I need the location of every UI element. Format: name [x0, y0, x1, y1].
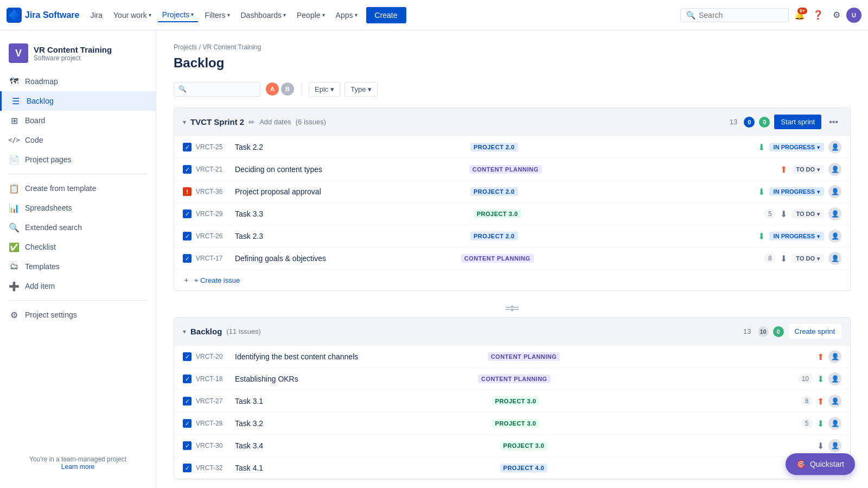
issue-label-vrct-30[interactable]: PROJECT 3.0	[500, 441, 548, 450]
sidebar-item-add-item[interactable]: ➕ Add item	[0, 276, 156, 296]
learn-more-link[interactable]: Learn more	[61, 463, 94, 471]
user-avatar[interactable]: U	[846, 8, 861, 23]
issue-label-vrct-17[interactable]: CONTENT PLANNING	[461, 254, 534, 263]
dashboards-menu[interactable]: Dashboards ▾	[237, 9, 291, 22]
sidebar-item-spreadsheets[interactable]: 📊 Spreadsheets	[0, 198, 156, 218]
issue-row-vrct-20[interactable]: VRCT-20 Identifying the best content cha…	[174, 345, 850, 367]
sidebar-item-code[interactable]: </> Code	[0, 130, 156, 150]
issue-label-vrct-25[interactable]: PROJECT 2.0	[470, 143, 518, 151]
issue-checkbox-vrct-21[interactable]	[183, 165, 192, 174]
search-input[interactable]	[699, 11, 775, 20]
breadcrumb-projects[interactable]: Projects	[174, 43, 197, 51]
issue-row-vrct-21[interactable]: VRCT-21 Deciding on content types CONTEN…	[174, 158, 850, 180]
issue-label-vrct-36[interactable]: PROJECT 2.0	[470, 187, 518, 196]
issue-label-vrct-32[interactable]: PROJECT 4.0	[500, 464, 548, 472]
assignee-vrct-18[interactable]: 👤	[828, 372, 841, 385]
issue-checkbox-vrct-28[interactable]	[183, 419, 192, 428]
start-sprint-button[interactable]: Start sprint	[774, 115, 821, 129]
issue-row-vrct-32[interactable]: VRCT-32 Task 4.1 PROJECT 4.0 ⬇ 👤	[174, 457, 850, 479]
people-menu[interactable]: People ▾	[292, 9, 329, 22]
sidebar-item-extended-search[interactable]: 🔍 Extended search	[0, 218, 156, 237]
status-badge-vrct-21[interactable]: TO DO ▾	[792, 165, 824, 174]
avatar-1[interactable]: A	[265, 81, 280, 97]
issue-row-vrct-25[interactable]: VRCT-25 Task 2.2 PROJECT 2.0 ⬇ IN PROGRE…	[174, 136, 850, 158]
status-badge-vrct-29[interactable]: TO DO ▾	[792, 210, 824, 218]
sidebar-item-templates[interactable]: 🗂 Templates	[0, 257, 156, 276]
sprint-add-dates[interactable]: Add dates	[259, 118, 291, 126]
sidebar-item-project-settings[interactable]: ⚙ Project settings	[0, 305, 156, 325]
issue-label-vrct-21[interactable]: CONTENT PLANNING	[469, 165, 542, 174]
sidebar-item-board[interactable]: ⊞ Board	[0, 111, 156, 130]
sprint-edit-icon[interactable]: ✏	[248, 118, 255, 126]
status-badge-vrct-25[interactable]: IN PROGRESS ▾	[769, 143, 824, 151]
issue-label-vrct-28[interactable]: PROJECT 3.0	[492, 419, 540, 428]
assignee-vrct-25[interactable]: 👤	[828, 141, 841, 154]
issue-label-vrct-18[interactable]: CONTENT PLANNING	[478, 375, 551, 383]
assignee-vrct-28[interactable]: 👤	[828, 417, 841, 430]
issue-label-vrct-27[interactable]: PROJECT 3.0	[492, 397, 540, 405]
issue-checkbox-vrct-26[interactable]	[183, 232, 192, 240]
create-issue-button[interactable]: ＋ + Create issue	[174, 269, 850, 290]
create-sprint-button[interactable]: Create sprint	[788, 324, 841, 339]
assignee-vrct-17[interactable]: 👤	[828, 252, 841, 265]
assignee-vrct-36[interactable]: 👤	[828, 185, 841, 198]
sprint-more-button[interactable]: •••	[826, 115, 841, 129]
jira-logo[interactable]: Jira Software	[7, 8, 79, 23]
sidebar-item-project-pages[interactable]: 📄 Project pages	[0, 150, 156, 169]
issue-checkbox-vrct-27[interactable]	[183, 397, 192, 405]
issue-checkbox-vrct-18[interactable]	[183, 375, 192, 383]
sprint-toggle[interactable]: ▾	[183, 118, 186, 126]
type-filter-button[interactable]: Type ▾	[344, 82, 378, 97]
status-badge-vrct-17[interactable]: TO DO ▾	[792, 254, 824, 263]
issue-checkbox-vrct-29[interactable]	[183, 210, 192, 218]
assignee-vrct-27[interactable]: 👤	[828, 395, 841, 408]
sidebar-item-checklist[interactable]: ✅ Checklist	[0, 237, 156, 257]
epic-filter-button[interactable]: Epic ▾	[309, 82, 340, 97]
status-badge-vrct-36[interactable]: IN PROGRESS ▾	[769, 187, 824, 196]
sidebar-item-backlog[interactable]: ☰ Backlog	[0, 91, 156, 111]
assignee-vrct-21[interactable]: 👤	[828, 163, 841, 176]
issue-row-vrct-26[interactable]: VRCT-26 Task 2.3 PROJECT 2.0 ⬇ IN PROGRE…	[174, 225, 850, 247]
status-badge-vrct-26[interactable]: IN PROGRESS ▾	[769, 232, 824, 240]
assignee-vrct-20[interactable]: 👤	[828, 350, 841, 363]
help-button[interactable]: ❓	[809, 7, 827, 24]
projects-menu[interactable]: Projects ▾	[158, 8, 199, 22]
filters-menu[interactable]: Filters ▾	[200, 9, 234, 22]
status-chevron-21: ▾	[817, 167, 820, 173]
search-box[interactable]: 🔍	[680, 8, 789, 22]
settings-button[interactable]: ⚙	[828, 7, 845, 24]
issue-checkbox-vrct-20[interactable]	[183, 352, 192, 361]
issue-label-vrct-26[interactable]: PROJECT 2.0	[470, 232, 518, 240]
issue-label-vrct-29[interactable]: PROJECT 3.0	[474, 210, 521, 218]
assignee-vrct-29[interactable]: 👤	[828, 207, 841, 220]
sidebar-item-roadmap[interactable]: 🗺 Roadmap	[0, 72, 156, 91]
issue-title-vrct-32: Task 4.1	[235, 464, 496, 472]
issue-search-box[interactable]: 🔍	[174, 82, 260, 97]
issue-checkbox-vrct-32[interactable]	[183, 464, 192, 472]
issue-row-vrct-27[interactable]: VRCT-27 Task 3.1 PROJECT 3.0 8 ⬆ 👤	[174, 390, 850, 412]
issue-checkbox-vrct-17[interactable]	[183, 254, 192, 263]
issue-row-vrct-29[interactable]: VRCT-29 Task 3.3 PROJECT 3.0 5 ⬇ TO DO ▾…	[174, 202, 850, 225]
issue-row-vrct-18[interactable]: VRCT-18 Establishing OKRs CONTENT PLANNI…	[174, 367, 850, 390]
issue-row-vrct-17[interactable]: VRCT-17 Defining goals & objectives CONT…	[174, 247, 850, 269]
sidebar-item-create-from-template[interactable]: 📋 Create from template	[0, 179, 156, 198]
notifications-button[interactable]: 🔔 9+	[791, 7, 808, 24]
issue-search-input[interactable]	[190, 85, 256, 93]
assignee-vrct-30[interactable]: 👤	[828, 439, 841, 452]
jira-link[interactable]: Jira	[86, 9, 107, 22]
issue-checkbox-vrct-30[interactable]	[183, 441, 192, 450]
issue-label-vrct-20[interactable]: CONTENT PLANNING	[488, 352, 560, 361]
your-work-menu[interactable]: Your work ▾	[109, 9, 156, 22]
breadcrumb-project-name[interactable]: VR Content Training	[202, 43, 261, 51]
issue-checkbox-vrct-25[interactable]	[183, 143, 192, 151]
issue-checkbox-vrct-36[interactable]	[183, 187, 192, 196]
create-button[interactable]: Create	[366, 7, 406, 23]
assignee-vrct-26[interactable]: 👤	[828, 230, 841, 243]
avatar-2[interactable]: B	[280, 81, 295, 97]
quickstart-button[interactable]: 🎯 Quickstart	[786, 453, 855, 475]
issue-row-vrct-28[interactable]: VRCT-28 Task 3.2 PROJECT 3.0 5 ⬇ 👤	[174, 412, 850, 434]
issue-row-vrct-36[interactable]: VRCT-36 Project proposal approval PROJEC…	[174, 180, 850, 202]
apps-menu[interactable]: Apps ▾	[331, 9, 362, 22]
issue-row-vrct-30[interactable]: VRCT-30 Task 3.4 PROJECT 3.0 ⬇ 👤	[174, 434, 850, 457]
backlog-toggle[interactable]: ▾	[183, 328, 186, 335]
